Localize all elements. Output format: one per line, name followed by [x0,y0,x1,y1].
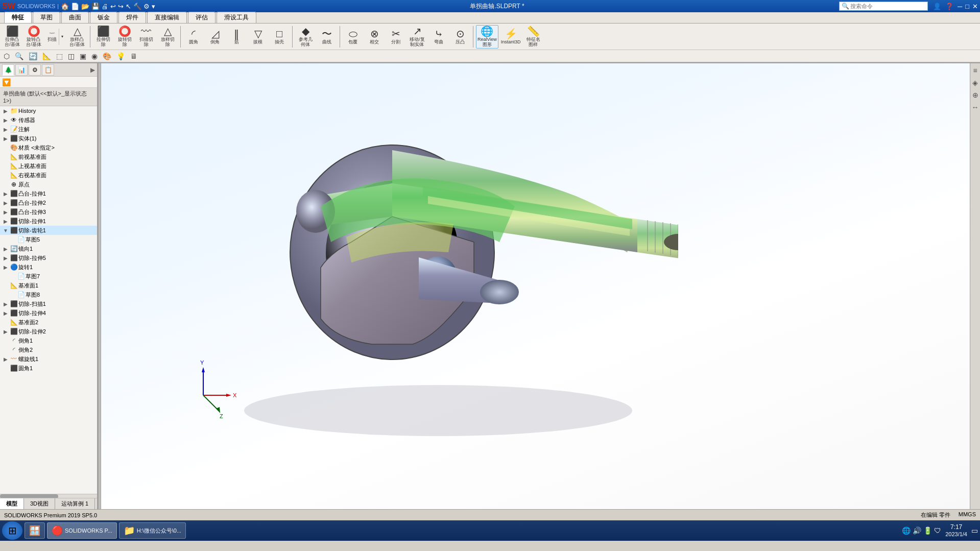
options-icon[interactable]: ⚙ [144,3,150,10]
vt-section-icon[interactable]: ⬚ [55,51,64,61]
chamfer-button[interactable]: ◿ 倒角 [205,25,225,49]
panel-expand-icon[interactable]: ▶ [90,66,95,74]
tree-item-chamfer1[interactable]: ▶ ◜ 倒角1 [0,336,97,345]
vt-orient-icon[interactable]: ⬡ [2,51,11,61]
tree-expand-sensor[interactable]: ▶ [2,117,9,123]
tree-item-cut-extrude1[interactable]: ▶ ⬛ 切除-拉伸1 [0,217,97,226]
loft-button[interactable]: △ 放样凸台/基体 [67,25,87,49]
model-tab[interactable]: 模型 [0,498,24,509]
boss-revolve-button[interactable]: ⭕ 旋转凸台/基体 [23,25,44,49]
tab-surface[interactable]: 曲面 [61,12,89,23]
tree-expand-annotation[interactable]: ▶ [2,127,9,132]
tree-expand-mirror1[interactable]: ▶ [2,246,9,252]
tree-expand-cut2[interactable]: ▶ [2,329,9,334]
tab-weldment[interactable]: 焊件 [118,12,146,23]
tray-antivirus-icon[interactable]: 🛡 [934,526,941,535]
tree-item-cut-sweep1[interactable]: ▶ ⬛ 切除-扫描1 [0,299,97,308]
help-icon[interactable]: ❓ [945,3,953,10]
close-icon[interactable]: ✕ [972,3,978,10]
feature-tree-content[interactable]: ▶ 📁 History ▶ 👁 传感器 ▶ 📝 注解 ▶ ⬛ 实体(1) [0,106,97,494]
3d-viewport[interactable]: Y X Z [101,63,970,509]
indent-button[interactable]: ⊙ 压凸 [450,25,470,49]
tree-expand-boss1[interactable]: ▶ [2,191,9,197]
tree-expand-solid[interactable]: ▶ [2,136,9,141]
tree-item-cut-extrude4[interactable]: ▶ ⬛ 切除-拉伸4 [0,308,97,318]
tree-item-boss-extrude1[interactable]: ▶ ⬛ 凸台-拉伸1 [0,189,97,198]
tree-item-plane2[interactable]: ▶ 📐 基准面2 [0,318,97,327]
tree-expand-cutsweep1[interactable]: ▶ [2,301,9,307]
tree-item-origin[interactable]: ▶ ⊕ 原点 [0,180,97,189]
tree-expand-boss2[interactable]: ▶ [2,200,9,206]
rib-button[interactable]: ‖ 筋 [226,25,247,49]
vt-display1-icon[interactable]: ▣ [78,51,88,61]
right-btn-1[interactable]: ≡ [972,65,978,76]
tree-item-fillet1[interactable]: ▶ ⬛ 圆角1 [0,364,97,373]
save-icon[interactable]: 💾 [91,3,100,10]
tree-item-sketch8[interactable]: ▶ 📄 草图8 [0,290,97,299]
panel-tab-feature-tree[interactable]: 🌲 [2,64,14,76]
3dview-tab[interactable]: 3D视图 [24,498,55,509]
taskbar-app-folder[interactable]: 📁 H:\微信公众号\0... [119,522,186,539]
tab-evaluate[interactable]: 评估 [188,12,216,23]
settings-dropdown[interactable]: ▾ [152,3,155,10]
search-input[interactable] [850,3,922,9]
tree-item-top-plane[interactable]: ▶ 📐 上视基准面 [0,161,97,171]
wrap-button[interactable]: ⬭ 包覆 [343,25,363,49]
tree-item-sketch7[interactable]: ▶ 📄 草图7 [0,272,97,281]
vt-lights-icon[interactable]: 💡 [115,51,127,61]
tab-sheet-metal[interactable]: 钣金 [90,12,117,23]
print-icon[interactable]: 🖨 [102,3,108,10]
vt-render-icon[interactable]: ◫ [66,51,76,61]
right-btn-3[interactable]: ⊕ [971,90,979,100]
tray-volume-icon[interactable]: 🔊 [913,526,921,535]
split-button[interactable]: ✂ 分割 [386,25,406,49]
shell-button[interactable]: □ 抽壳 [269,25,290,49]
tree-item-front-plane[interactable]: ▶ 📐 前视基准面 [0,152,97,161]
draft-button[interactable]: ▽ 拔模 [248,25,268,49]
search-dropdown-icon[interactable]: ▾ [923,4,925,9]
tree-item-boss-extrude2[interactable]: ▶ ⬛ 凸台-拉伸2 [0,198,97,207]
panel-scrollbar[interactable] [0,494,97,498]
tree-expand-revolve1[interactable]: ▶ [2,265,9,270]
taskbar-app-solidworks[interactable]: 🔴 SOLIDWORKS P... [47,522,117,539]
tree-expand-helix1[interactable]: ▶ [2,356,9,362]
tree-item-cut-extrude5[interactable]: ▶ ⬛ 切除-拉伸5 [0,253,97,262]
show-desktop-icon[interactable]: ▭ [971,526,978,535]
tree-expand-gear1[interactable]: ▼ [2,228,9,233]
tree-expand-history[interactable]: ▶ [2,108,9,114]
new-icon[interactable]: 📄 [71,3,79,10]
open-icon[interactable]: 📂 [81,3,89,10]
curves-button[interactable]: 〜 曲线 [317,25,337,49]
minimize-icon[interactable]: ─ [958,3,962,10]
fillet-button[interactable]: ◜ 圆角 [183,25,204,49]
vt-zoom-icon[interactable]: 🔍 [13,51,25,61]
vt-rotate-icon[interactable]: 🔄 [27,51,39,61]
tab-sketch[interactable]: 草图 [33,12,60,23]
vt-measure-icon[interactable]: 📐 [41,51,53,61]
search-bar[interactable]: 🔍 ▾ [839,2,928,11]
panel-tab-display[interactable]: 📋 [42,64,54,76]
tree-item-helix1[interactable]: ▶ 〰 螺旋线1 [0,354,97,364]
tree-item-plane1[interactable]: ▶ 📐 基准面1 [0,281,97,290]
cut-sweep-button[interactable]: 〰 扫描切除 [136,25,156,49]
vt-scene-icon[interactable]: 🖥 [129,51,139,61]
cut-loft-button[interactable]: △ 放样切除 [157,25,178,49]
sweep-dropdown[interactable]: ▾ [60,27,64,47]
pointer-icon[interactable]: ↖ [126,3,131,10]
tree-item-cut-gear1[interactable]: ▼ ⬛ 切除-齿轮1 [0,226,97,235]
tree-item-history[interactable]: ▶ 📁 History [0,106,97,115]
panel-tab-properties[interactable]: 📊 [15,64,28,76]
cut-revolve-button[interactable]: ⭕ 旋转切除 [114,25,135,49]
tree-item-boss-extrude3[interactable]: ▶ ⬛ 凸台-拉伸3 [0,207,97,217]
tree-item-chamfer2[interactable]: ▶ ◜ 倒角2 [0,345,97,354]
tree-item-material[interactable]: ▶ 🎨 材质 <未指定> [0,143,97,152]
tree-item-solid[interactable]: ▶ ⬛ 实体(1) [0,134,97,143]
tab-features[interactable]: 特征 [4,12,32,23]
dimxpert-button[interactable]: 📏 特征名图样 [523,25,543,49]
taskbar-app-browser[interactable]: 🪟 [25,522,45,539]
motion-tab[interactable]: 运动算例 1 [55,498,95,509]
start-button[interactable]: ⊞ [2,521,22,540]
tree-expand-boss3[interactable]: ▶ [2,209,9,215]
ref-geometry-button[interactable]: ◆ 参考几何体 [295,25,316,49]
right-btn-2[interactable]: ◈ [971,78,979,88]
